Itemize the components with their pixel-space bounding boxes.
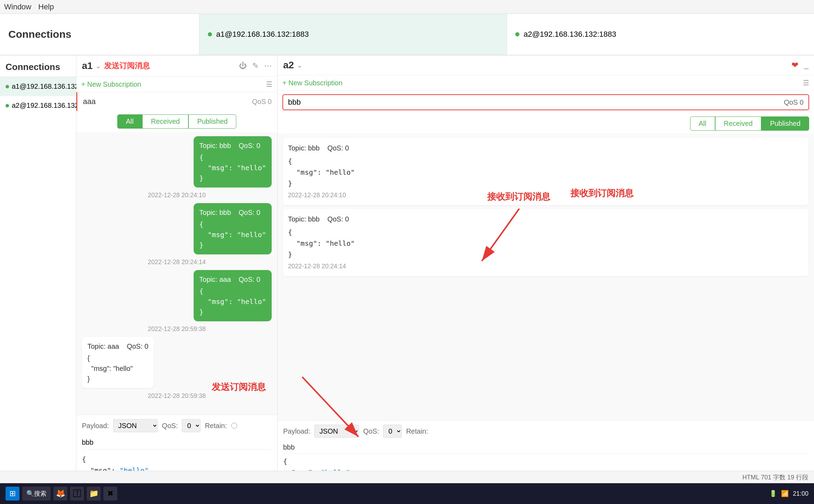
tab-published[interactable]: Published [188, 114, 236, 129]
sidebar-title: Connections [0, 55, 76, 77]
msg4-time: 2022-12-28 20:59:38 [82, 392, 272, 400]
dot-a1 [6, 85, 9, 88]
right-compose-controls: Payload: JSON Plain Text QoS: 0 1 2 Reta… [283, 425, 808, 438]
right-retain-label: Retain: [406, 427, 428, 435]
msg1-topic: Topic: bbb QoS: 0 [199, 140, 266, 151]
subscription-input[interactable] [288, 98, 781, 107]
msg4-topic: Topic: aaa QoS: 0 [87, 341, 149, 351]
top-conn-left-title: Connections [0, 14, 200, 55]
taskbar-app-3[interactable]: 📁 [87, 487, 101, 501]
msg3-topic: Topic: aaa QoS: 0 [199, 274, 266, 285]
center-header-icons: ⏻ ✎ ⋯ [239, 61, 272, 70]
status-text: HTML 701 字数 19 行段 [743, 473, 808, 481]
right-message-card-2: Topic: bbb QoS: 0 { "msg": "hello"} 2022… [283, 209, 808, 276]
right-msg2-body: { "msg": "hello"} [288, 227, 804, 260]
list-icon[interactable]: ☰ [266, 80, 272, 88]
more-icon[interactable]: ⋯ [264, 61, 272, 70]
create-msg-label: 发送订阅消息 [104, 61, 150, 71]
right-tab-all[interactable]: All [690, 116, 715, 131]
taskbar: ⊞ 🔍 搜索 🦊 🅃 📁 ✖ 🔋 📶 21:00 [0, 483, 814, 504]
retain-label: Retain: [205, 422, 227, 430]
connection-dot-a2 [515, 32, 519, 36]
connections-title: Connections [8, 28, 71, 40]
right-tab-published[interactable]: Published [761, 116, 809, 131]
taskbar-right: 🔋 📶 21:00 [769, 490, 808, 497]
right-header-icons: ❤ ⎯ [791, 60, 808, 70]
center-subscription-bar: + New Subscription ☰ [76, 77, 277, 92]
center-filter-tabs: All Received Published [76, 111, 277, 132]
msg3-time: 2022-12-28 20:59:38 [82, 325, 272, 333]
main-area: Connections a1@192.168.136.132:1883 a2@1… [0, 55, 814, 504]
right-msg1-time: 2022-12-28 20:24:10 [288, 190, 804, 200]
right-msg1-topic: Topic: bbb QoS: 0 [288, 142, 804, 154]
menu-help[interactable]: Help [38, 2, 54, 11]
heart-icon: ❤ [791, 60, 798, 70]
dot-a2 [6, 104, 9, 107]
top-connection-a1[interactable]: a1@192.168.136.132:1883 [200, 14, 507, 55]
msg2-topic: Topic: bbb QoS: 0 [199, 207, 266, 218]
connection-dot-a1 [208, 32, 212, 36]
right-topic-input[interactable]: bbb [283, 441, 808, 454]
right-qos-label: QoS: [363, 427, 379, 435]
edit-icon[interactable]: ✎ [252, 61, 258, 70]
right-list-icon[interactable]: ☰ [803, 79, 809, 87]
right-minimize-icon[interactable]: ⎯ [804, 61, 808, 70]
right-title-area: a2 ⌄ [283, 60, 303, 71]
compose-controls: Payload: JSON Plain Text QoS: 0 1 2 Reta… [82, 419, 272, 432]
sidebar: Connections a1@192.168.136.132:1883 a2@1… [0, 55, 76, 504]
sidebar-item-a2[interactable]: a2@192.168.136.132:1883 [0, 96, 76, 115]
right-msg1-body: { "msg": "hello"} [288, 156, 804, 189]
msg4-body: { "msg": "hello"} [87, 353, 149, 384]
sidebar-item-a1[interactable]: a1@192.168.136.132:1883 [0, 77, 76, 96]
right-chevron-icon[interactable]: ⌄ [297, 61, 303, 69]
center-header-left: a1 ⌄ 发送订阅消息 [82, 60, 150, 71]
start-button[interactable]: ⊞ [6, 487, 19, 501]
search-button[interactable]: 🔍 搜索 [22, 487, 51, 501]
msg3-body: { "msg": "hello"} [199, 286, 266, 317]
tab-all[interactable]: All [117, 114, 142, 129]
right-tab-received[interactable]: Received [715, 116, 761, 131]
right-new-subscription-btn[interactable]: + New Subscription [282, 79, 342, 87]
center-title: a1 [82, 60, 93, 71]
msg1-body: { "msg": "hello"} [199, 152, 266, 183]
qos-label-compose: QoS: [162, 422, 178, 430]
top-connection-a2[interactable]: a2@192.168.136.132:1883 [507, 14, 814, 55]
message-bubble-1: Topic: bbb QoS: 0 { "msg": "hello"} [194, 136, 272, 188]
right-header: a2 ⌄ ❤ ⎯ [278, 55, 814, 75]
subscription-input-box[interactable]: QoS 0 [282, 94, 809, 110]
search-placeholder-text: 搜索 [34, 489, 46, 498]
taskbar-wifi: 📶 [781, 490, 789, 497]
connection-label-a2: a2@192.168.136.132:1883 [524, 30, 616, 39]
center-panel: a1 ⌄ 发送订阅消息 ⏻ ✎ ⋯ + New Subscription ☰ a… [76, 55, 278, 504]
taskbar-app-4[interactable]: ✖ [103, 487, 117, 501]
retain-toggle[interactable] [231, 423, 237, 429]
app-container: Window Help Connections a1@192.168.136.1… [0, 0, 814, 504]
right-messages-area: Topic: bbb QoS: 0 { "msg": "hello"} 2022… [278, 133, 814, 420]
tab-received[interactable]: Received [142, 114, 188, 129]
taskbar-app-2[interactable]: 🅃 [70, 487, 84, 501]
power-icon[interactable]: ⏻ [239, 61, 247, 70]
menu-window[interactable]: Window [4, 2, 31, 11]
taskbar-battery: 🔋 [769, 490, 777, 497]
subscription-item-aaa[interactable]: aaa QoS 0 [76, 92, 277, 111]
taskbar-app-1[interactable]: 🦊 [53, 487, 67, 501]
right-message-card-1: Topic: bbb QoS: 0 { "msg": "hello"} 2022… [283, 138, 808, 205]
message-received-1: Topic: aaa QoS: 0 { "msg": "hello"} [82, 337, 154, 388]
qos-select[interactable]: 0 1 2 [182, 419, 201, 432]
payload-type-select[interactable]: JSON Plain Text [113, 419, 158, 432]
msg2-body: { "msg": "hello"} [199, 219, 266, 250]
top-connections-bar: Connections a1@192.168.136.132:1883 a2@1… [0, 14, 814, 55]
status-bar: HTML 701 字数 19 行段 [0, 471, 814, 483]
message-bubble-2: Topic: bbb QoS: 0 { "msg": "hello"} [194, 203, 272, 254]
chevron-down-icon[interactable]: ⌄ [95, 62, 101, 70]
right-title: a2 [283, 60, 294, 71]
right-qos-select[interactable]: 0 1 2 [383, 425, 402, 438]
right-payload-type-select[interactable]: JSON Plain Text [314, 425, 359, 438]
menu-bar: Window Help [0, 0, 814, 14]
right-msg2-time: 2022-12-28 20:24:14 [288, 261, 804, 271]
msg1-time: 2022-12-28 20:24:10 [82, 192, 272, 199]
topic-input[interactable] [82, 436, 272, 450]
new-subscription-btn[interactable]: + New Subscription [81, 80, 141, 88]
right-filter-tabs: All Received Published [278, 114, 814, 133]
payload-label: Payload: [82, 422, 109, 430]
